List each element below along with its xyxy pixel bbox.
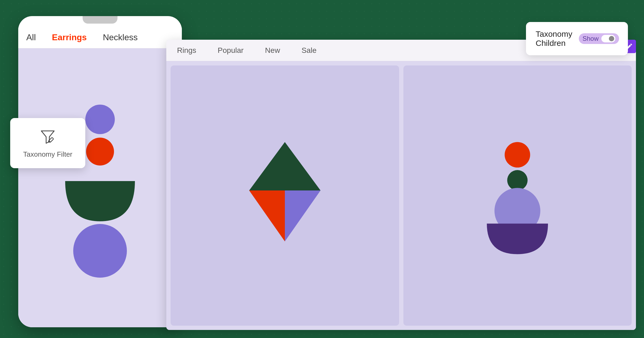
svg-point-2 [73,224,127,278]
svg-point-0 [85,105,115,134]
filter-icon [39,128,56,145]
phone-mockup: All Earrings Neckless [18,16,182,327]
browser-mockup: Rings Popular New Sale [166,40,636,330]
browser-nav-rings[interactable]: Rings [177,46,196,55]
taxonomy-children-card: Taxonomy Children Show [526,22,628,55]
phone-content [18,48,182,327]
product-svg-2 [466,131,568,260]
phone-nav-neckless[interactable]: Neckless [103,32,138,42]
svg-point-7 [507,170,528,190]
browser-nav-popular[interactable]: Popular [218,46,244,55]
product-svg-1 [234,131,336,260]
browser-content [166,61,636,330]
taxonomy-filter-card: Taxonomy Filter [10,118,85,168]
phone-product [32,56,168,327]
taxonomy-toggle-container[interactable]: Show [579,33,619,44]
svg-marker-3 [249,142,321,191]
taxonomy-toggle-switch[interactable] [601,35,615,42]
phone-nav-all[interactable]: All [26,32,36,42]
product-card-1 [171,65,399,326]
browser-nav-sale[interactable]: Sale [301,46,317,55]
filter-icon-area [38,127,57,146]
taxonomy-children-label: Taxonomy Children [536,30,572,48]
product-card-2 [403,65,632,326]
svg-point-6 [505,142,530,168]
phone-notch [83,16,117,24]
svg-marker-4 [249,190,285,241]
svg-marker-5 [285,190,321,241]
phone-nav: All Earrings Neckless [18,27,182,48]
browser-nav-new[interactable]: New [265,46,280,55]
phone-nav-earrings[interactable]: Earrings [52,32,87,42]
taxonomy-filter-label: Taxonomy Filter [23,150,72,159]
taxonomy-toggle-label: Show [583,35,599,42]
svg-point-1 [86,138,114,166]
